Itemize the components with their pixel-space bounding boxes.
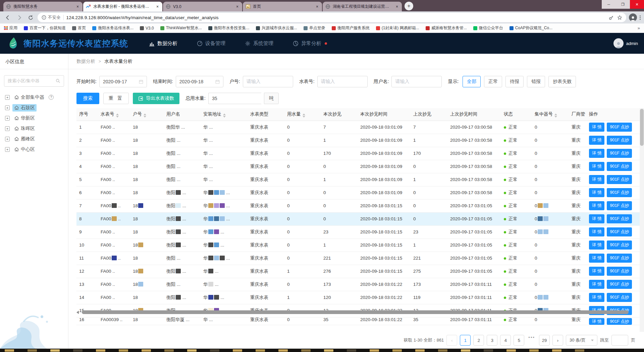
taskbar-thumbnail[interactable]: [484, 349, 493, 352]
display-option-3[interactable]: 待报: [505, 76, 524, 87]
read-901f-button[interactable]: 901F 点抄: [607, 318, 632, 325]
community-search-input[interactable]: 搜索小区/集中器: [4, 75, 64, 87]
taskbar-thumbnail[interactable]: [73, 349, 83, 352]
read-901f-button[interactable]: 901F 点抄: [607, 136, 632, 145]
tab-close-icon[interactable]: ×: [155, 4, 160, 9]
detail-button[interactable]: 详 情: [589, 214, 604, 223]
read-901f-button[interactable]: 901F 点抄: [607, 254, 632, 263]
forward-icon[interactable]: [15, 13, 23, 22]
sort-carets-icon[interactable]: [116, 114, 119, 118]
page-button-29[interactable]: 29: [539, 335, 550, 346]
bookmark-item[interactable]: 百度一下，你就知道: [24, 25, 66, 31]
nav-item-2[interactable]: 设备管理: [197, 40, 225, 47]
detail-button[interactable]: 详 情: [589, 293, 604, 302]
taskbar-thumbnail[interactable]: [461, 349, 470, 352]
read-901f-button[interactable]: 901F 点抄: [607, 267, 632, 276]
taskbar-thumbnail[interactable]: [506, 349, 516, 352]
detail-button[interactable]: 详 情: [589, 188, 604, 197]
display-option-5[interactable]: 抄表失败: [548, 76, 576, 87]
tree-item-6[interactable]: +中心区: [5, 144, 68, 155]
bookmark-item[interactable]: 单点登录: [304, 25, 325, 31]
bookmark-item[interactable]: 衡阳用户服务系统: [332, 25, 370, 31]
total-usage-value[interactable]: 35: [208, 93, 261, 104]
read-901f-button[interactable]: 901F 点抄: [607, 227, 632, 236]
export-readings-button[interactable]: 导出水表读数: [133, 93, 179, 104]
security-indicator[interactable]: 不安全: [42, 15, 61, 20]
tree-item-label[interactable]: 中心区: [12, 146, 37, 153]
page-button-3[interactable]: 3: [487, 335, 497, 346]
expand-plus-icon[interactable]: +: [5, 147, 10, 152]
taskbar-thumbnail[interactable]: [256, 349, 265, 352]
detail-button[interactable]: 详 情: [589, 267, 604, 276]
detail-button[interactable]: 详 情: [589, 227, 604, 236]
display-option-2[interactable]: 正常: [484, 76, 502, 87]
col-header-7[interactable]: 用水量: [284, 108, 321, 121]
new-tab-button[interactable]: +: [405, 2, 413, 10]
reload-icon[interactable]: [26, 13, 35, 22]
read-901f-button[interactable]: 901F 点抄: [607, 123, 632, 132]
col-header-3[interactable]: 户号: [130, 108, 164, 121]
expand-plus-icon[interactable]: +: [5, 95, 10, 100]
detail-button[interactable]: 详 情: [589, 136, 604, 145]
detail-button[interactable]: 详 情: [589, 123, 604, 132]
taskbar-thumbnail[interactable]: [370, 349, 379, 352]
expand-plus-icon[interactable]: +: [5, 137, 10, 141]
page-button-2[interactable]: 2: [473, 335, 484, 346]
tree-item-label[interactable]: 华新区: [12, 115, 37, 122]
read-901f-button[interactable]: 901F 点抄: [607, 293, 632, 302]
taskbar-thumbnail[interactable]: [164, 349, 174, 352]
tree-item-2[interactable]: +石鼓区: [5, 102, 68, 113]
start-date-input[interactable]: 2020-09-17: [99, 76, 147, 87]
bookmark-item[interactable]: 衡阳水务远传水表...: [92, 25, 133, 31]
user-box[interactable]: admin: [613, 38, 638, 48]
taskbar-thumbnail[interactable]: [50, 349, 60, 352]
browser-tab-4[interactable]: 首页×: [243, 2, 322, 11]
read-901f-button[interactable]: 901F 点抄: [607, 188, 632, 197]
tab-close-icon[interactable]: ×: [395, 4, 399, 9]
taskbar-thumbnail[interactable]: [210, 349, 219, 352]
read-901f-button[interactable]: 901F 点抄: [607, 175, 632, 184]
taskbar-thumbnail[interactable]: [278, 349, 288, 352]
breadcrumb-parent[interactable]: 数据分析: [76, 58, 95, 64]
horizontal-scrollbar[interactable]: [76, 310, 637, 314]
account-input[interactable]: 请输入: [243, 76, 293, 87]
taskbar-thumbnail[interactable]: [415, 349, 425, 352]
username-input[interactable]: 请输入: [391, 76, 442, 87]
sort-carets-icon[interactable]: [144, 114, 146, 118]
end-date-input[interactable]: 2020-09-18: [176, 76, 223, 87]
prev-page-button[interactable]: ‹: [446, 335, 457, 346]
taskbar-thumbnail[interactable]: [324, 349, 333, 352]
display-option-1[interactable]: 全部: [463, 76, 481, 87]
minimize-button[interactable]: ─: [602, 0, 616, 9]
next-page-button[interactable]: ›: [552, 335, 563, 346]
bookmark-item[interactable]: 威派格智慧水务管...: [426, 25, 467, 31]
bookmark-item[interactable]: 兴源城市供水云服...: [256, 25, 297, 31]
tree-item-label[interactable]: 珠晖区: [12, 125, 37, 132]
close-button[interactable]: ✕: [630, 0, 644, 9]
col-header-5[interactable]: 安装地址: [201, 108, 248, 121]
detail-button[interactable]: 详 情: [589, 240, 604, 250]
windows-taskbar-strip[interactable]: [0, 349, 644, 352]
taskbar-thumbnail[interactable]: [142, 349, 151, 352]
read-901f-button[interactable]: 901F 点抄: [607, 149, 632, 158]
sort-carets-icon[interactable]: [554, 114, 557, 118]
taskbar-thumbnail[interactable]: [187, 349, 197, 352]
taskbar-thumbnail[interactable]: [5, 349, 14, 352]
taskbar-thumbnail[interactable]: [233, 349, 242, 352]
page-button-5[interactable]: 5: [514, 335, 524, 346]
detail-button[interactable]: 详 情: [589, 318, 604, 325]
bookmark-item[interactable]: 衡阳市水务投资集...: [208, 25, 250, 31]
taskbar-thumbnail[interactable]: [529, 349, 539, 352]
detail-button[interactable]: 详 情: [589, 162, 604, 171]
taskbar-thumbnail[interactable]: [552, 349, 561, 352]
read-901f-button[interactable]: 901F 点抄: [607, 240, 632, 250]
reset-button[interactable]: 重 置: [103, 93, 129, 104]
page-size-select[interactable]: 30 条/页: [566, 335, 597, 346]
bookmark-star-icon[interactable]: [617, 15, 622, 20]
tree-item-label[interactable]: 雁峰区: [12, 135, 37, 143]
taskbar-thumbnail[interactable]: [438, 349, 447, 352]
bookmark-item[interactable]: 微信公众平台: [473, 25, 503, 31]
browser-tab-1[interactable]: 衡阳智慧水务×: [3, 2, 83, 11]
back-icon[interactable]: [3, 13, 12, 22]
detail-button[interactable]: 详 情: [589, 201, 604, 210]
